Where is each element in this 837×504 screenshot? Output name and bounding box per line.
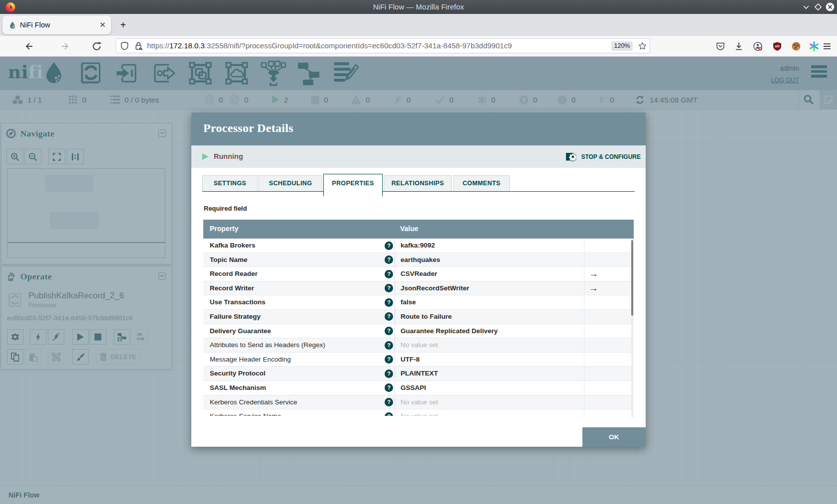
property-value: earthquakes (401, 256, 440, 263)
value-column-header: Value (400, 225, 418, 233)
column-divider (395, 281, 395, 295)
column-divider (395, 324, 395, 338)
column-divider-2 (584, 395, 584, 409)
property-column-header: Property (210, 225, 239, 233)
column-divider (395, 253, 395, 267)
property-row[interactable]: Security Protocol ? PLAINTEXT → (203, 367, 634, 381)
column-divider-2 (584, 353, 584, 367)
tab-close-icon[interactable]: ✕ (98, 20, 107, 29)
reload-icon[interactable] (92, 41, 102, 51)
property-row[interactable]: Failure Strategy ? Route to Failure → (203, 310, 634, 324)
property-help-icon[interactable]: ? (385, 270, 393, 278)
property-help-icon[interactable]: ? (385, 355, 393, 364)
url-bar[interactable]: https://172.18.0.3:32558/nifi/?processGr… (116, 38, 650, 53)
tab-properties[interactable]: PROPERTIES (323, 174, 383, 196)
download-icon[interactable] (734, 41, 744, 51)
column-divider (395, 381, 395, 395)
tab-scheduling[interactable]: SCHEDULING (259, 175, 322, 192)
column-divider-2 (584, 409, 584, 416)
column-divider-2 (584, 253, 584, 267)
tracking-shield-icon[interactable] (120, 41, 129, 50)
url-host: 172.18.0.3 (169, 41, 205, 50)
forward-icon[interactable] (60, 41, 70, 51)
connection-lock-icon[interactable] (134, 41, 143, 50)
property-value: kafka:9092 (401, 242, 435, 249)
required-field-note: Required field (204, 205, 247, 212)
property-name: Kerberos Credentials Service (210, 398, 297, 406)
property-row[interactable]: Message Header Encoding ? UTF-8 → (203, 353, 634, 367)
goto-service-icon[interactable]: → (589, 283, 600, 293)
property-value: UTF-8 (401, 356, 419, 363)
property-row[interactable]: Use Transactions ? false → (203, 295, 634, 310)
zoom-level-badge[interactable]: 120% (611, 41, 633, 51)
column-divider-2 (584, 324, 584, 338)
column-divider (395, 239, 395, 252)
url-scheme: https:// (147, 41, 169, 50)
ublock-icon[interactable]: uO (772, 41, 782, 51)
property-name: Security Protocol (210, 370, 266, 377)
column-divider (395, 395, 395, 409)
property-help-icon[interactable]: ? (385, 242, 393, 250)
property-help-icon[interactable]: ? (385, 412, 393, 416)
url-path: :32558/nifi/?processGroupId=root&compone… (205, 41, 512, 50)
sparkle-extension-icon[interactable] (809, 41, 819, 51)
goto-service-icon[interactable]: → (589, 269, 600, 278)
property-row[interactable]: Record Reader ? CSVReader → (203, 267, 634, 281)
tab-comments[interactable]: COMMENTS (453, 175, 510, 192)
window-minimize-button[interactable] (802, 2, 811, 11)
browser-tab[interactable]: NiFi Flow ✕ (2, 15, 111, 34)
property-name: Use Transactions (210, 298, 266, 306)
property-help-icon[interactable]: ? (385, 255, 393, 264)
window-maximize-button[interactable] (814, 2, 823, 11)
column-divider-2 (584, 239, 584, 252)
column-divider-2 (584, 367, 584, 380)
property-name: Record Writer (210, 284, 254, 292)
window-title: NiFi Flow — Mozilla Firefox (0, 0, 837, 14)
property-help-icon[interactable]: ? (385, 370, 393, 378)
property-row[interactable]: Topic Name ? earthquakes → (203, 253, 634, 267)
tab-settings[interactable]: SETTINGS (202, 175, 258, 192)
tab-bar: NiFi Flow ✕ + (0, 14, 837, 36)
privacy-extension-icon[interactable] (753, 41, 763, 51)
tab-relationships[interactable]: RELATIONSHIPS (384, 175, 452, 192)
svg-text:uO: uO (775, 44, 779, 48)
property-row[interactable]: Kerberos Service Name ? No value set → (203, 409, 634, 416)
property-value: Route to Failure (401, 313, 452, 320)
property-help-icon[interactable]: ? (385, 398, 393, 406)
property-value: No value set (401, 398, 438, 406)
property-help-icon[interactable]: ? (385, 312, 393, 321)
pocket-icon[interactable] (715, 41, 725, 51)
new-tab-button[interactable]: + (116, 18, 131, 33)
window-close-button[interactable] (826, 2, 835, 11)
column-divider (395, 353, 395, 367)
property-row[interactable]: Delivery Guarantee ? Guarantee Replicate… (203, 324, 634, 339)
property-row[interactable]: Kafka Brokers ? kafka:9092 → (203, 239, 634, 253)
property-help-icon[interactable]: ? (385, 341, 393, 350)
property-row[interactable]: SASL Mechanism ? GSSAPI → (203, 381, 634, 395)
stop-and-configure-button[interactable]: STOP & CONFIGURE (566, 150, 641, 164)
property-help-icon[interactable]: ? (385, 284, 393, 292)
column-divider-2 (584, 267, 584, 281)
menu-hamburger-icon[interactable] (822, 41, 832, 51)
stop-configure-icon (566, 151, 576, 163)
column-divider-2 (584, 310, 584, 324)
property-row[interactable]: Attributes to Send as Headers (Regex) ? … (203, 338, 634, 353)
column-divider (395, 367, 395, 380)
cookie-extension-icon[interactable] (791, 41, 801, 51)
table-scrollbar-thumb[interactable] (631, 240, 633, 316)
column-divider (395, 267, 395, 281)
back-icon[interactable] (24, 41, 34, 51)
url-text[interactable]: https://172.18.0.3:32558/nifi/?processGr… (147, 39, 512, 53)
property-help-icon[interactable]: ? (385, 383, 393, 392)
column-divider (395, 295, 395, 309)
column-divider-2 (584, 338, 584, 352)
bookmark-star-icon[interactable] (638, 42, 647, 50)
property-help-icon[interactable]: ? (385, 327, 393, 335)
processor-details-dialog: Processor Details Running STOP & CONFIGU… (191, 113, 646, 447)
nifi-favicon-icon (9, 21, 16, 29)
property-row[interactable]: Kerberos Credentials Service ? No value … (203, 395, 634, 410)
tab-underline (202, 191, 635, 192)
property-help-icon[interactable]: ? (385, 298, 393, 307)
ok-button[interactable]: OK (582, 427, 646, 447)
property-row[interactable]: Record Writer ? JsonRecordSetWriter → (203, 281, 634, 296)
